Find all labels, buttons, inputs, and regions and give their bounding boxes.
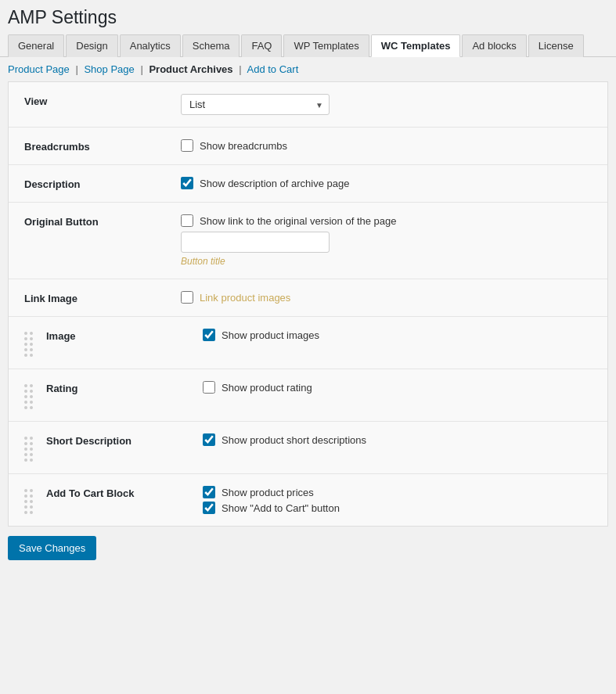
- setting-image: Image Show product images: [9, 317, 607, 369]
- page-wrapper: AMP Settings General Design Analytics Sc…: [0, 0, 616, 570]
- view-select[interactable]: List Grid: [181, 94, 330, 115]
- setting-link-image: Link Image Link product images: [9, 279, 607, 317]
- short-description-row: Show product short descriptions: [203, 433, 592, 446]
- sub-nav: Product Page | Shop Page | Product Archi…: [0, 57, 616, 81]
- short-description-drag-handle[interactable]: [24, 433, 40, 462]
- breadcrumbs-checkbox-label[interactable]: Show breadcrumbs: [200, 140, 287, 152]
- setting-description: Description Show description of archive …: [9, 165, 607, 203]
- show-prices-label[interactable]: Show product prices: [222, 487, 314, 498]
- subnav-product-page[interactable]: Product Page: [8, 63, 70, 75]
- tab-schema[interactable]: Schema: [182, 34, 240, 57]
- separator-2: |: [140, 63, 142, 75]
- link-image-label: Link Image: [24, 291, 181, 304]
- show-add-to-cart-label[interactable]: Show "Add to Cart" button: [222, 502, 340, 514]
- save-changes-button[interactable]: Save Changes: [8, 536, 96, 560]
- tab-wc-templates[interactable]: WC Templates: [371, 34, 461, 57]
- link-image-checkbox-label[interactable]: Link product images: [200, 292, 290, 304]
- short-description-checkbox[interactable]: [203, 433, 215, 446]
- original-button-label: Original Button: [24, 214, 181, 228]
- breadcrumbs-label: Breadcrumbs: [24, 139, 181, 153]
- original-button-row: Show link to the original version of the…: [181, 214, 592, 227]
- show-prices-checkbox[interactable]: [203, 486, 215, 498]
- tab-analytics[interactable]: Analytics: [120, 34, 181, 57]
- rating-row: Show product rating: [203, 381, 592, 394]
- settings-area: View List Grid ▼ Breadcrumbs Show breadc…: [8, 81, 608, 527]
- view-select-wrapper: List Grid ▼: [181, 94, 330, 115]
- save-bar: Save Changes: [0, 527, 616, 570]
- short-description-checkbox-label[interactable]: Show product short descriptions: [222, 434, 366, 446]
- description-row: Show description of archive page: [181, 177, 592, 189]
- drag-dots-add-to-cart: [24, 489, 40, 514]
- breadcrumbs-row: Show breadcrumbs: [181, 139, 592, 152]
- setting-add-to-cart-block: Add To Cart Block Show product prices Sh…: [9, 474, 607, 526]
- view-label: View: [24, 94, 181, 107]
- setting-view: View List Grid ▼: [9, 82, 607, 128]
- view-control: List Grid ▼: [181, 94, 592, 115]
- show-add-to-cart-checkbox[interactable]: [203, 502, 215, 514]
- link-image-control: Link product images: [181, 291, 592, 304]
- breadcrumbs-control: Show breadcrumbs: [181, 139, 592, 152]
- rating-label: Rating: [46, 381, 203, 394]
- rating-checkbox-label[interactable]: Show product rating: [222, 382, 312, 394]
- original-button-checkbox[interactable]: [181, 214, 193, 227]
- description-checkbox-label[interactable]: Show description of archive page: [200, 178, 350, 189]
- original-button-checkbox-label[interactable]: Show link to the original version of the…: [200, 215, 397, 227]
- add-to-cart-button-row: Show "Add to Cart" button: [203, 502, 592, 514]
- image-checkbox[interactable]: [203, 329, 215, 341]
- link-image-checkbox[interactable]: [181, 291, 193, 304]
- add-to-cart-drag-handle[interactable]: [24, 486, 40, 514]
- image-checkbox-label[interactable]: Show product images: [222, 329, 319, 341]
- page-title: AMP Settings: [0, 0, 616, 31]
- add-to-cart-block-label: Add To Cart Block: [46, 486, 203, 499]
- setting-rating: Rating Show product rating: [9, 369, 607, 422]
- short-description-control: Show product short descriptions: [203, 433, 592, 446]
- separator-1: |: [75, 63, 77, 75]
- tab-ad-blocks[interactable]: Ad blocks: [462, 34, 526, 57]
- original-button-text-input[interactable]: View Original Version: [181, 232, 330, 253]
- tab-general[interactable]: General: [8, 34, 64, 57]
- tab-faq[interactable]: FAQ: [241, 34, 282, 57]
- subnav-shop-page[interactable]: Shop Page: [84, 63, 134, 75]
- description-checkbox[interactable]: [181, 177, 193, 189]
- rating-drag-handle[interactable]: [24, 381, 40, 409]
- drag-dots-rating: [24, 384, 40, 409]
- description-control: Show description of archive page: [181, 177, 592, 189]
- original-button-hint: Button title: [181, 256, 592, 267]
- separator-3: |: [239, 63, 241, 75]
- description-label: Description: [24, 177, 181, 190]
- drag-dots-image: [24, 332, 40, 357]
- rating-checkbox[interactable]: [203, 381, 215, 394]
- tab-design[interactable]: Design: [66, 34, 117, 57]
- rating-control: Show product rating: [203, 381, 592, 394]
- setting-original-button: Original Button Show link to the origina…: [9, 203, 607, 279]
- tab-license[interactable]: License: [528, 34, 584, 57]
- drag-dots-short-desc: [24, 437, 40, 462]
- image-label: Image: [46, 329, 203, 342]
- setting-breadcrumbs: Breadcrumbs Show breadcrumbs: [9, 128, 607, 165]
- subnav-product-archives: Product Archives: [149, 63, 232, 75]
- link-image-row: Link product images: [181, 291, 592, 304]
- image-row: Show product images: [203, 329, 592, 341]
- image-drag-handle[interactable]: [24, 329, 40, 357]
- breadcrumbs-checkbox[interactable]: [181, 139, 193, 152]
- tabs-bar: General Design Analytics Schema FAQ WP T…: [0, 31, 616, 57]
- tab-wp-templates[interactable]: WP Templates: [283, 34, 369, 57]
- subnav-add-to-cart[interactable]: Add to Cart: [247, 63, 299, 75]
- image-control: Show product images: [203, 329, 592, 341]
- setting-short-description: Short Description Show product short des…: [9, 422, 607, 474]
- short-description-label: Short Description: [46, 433, 203, 447]
- add-to-cart-prices-row: Show product prices: [203, 486, 592, 498]
- add-to-cart-block-control: Show product prices Show "Add to Cart" b…: [203, 486, 592, 514]
- original-button-control: Show link to the original version of the…: [181, 214, 592, 267]
